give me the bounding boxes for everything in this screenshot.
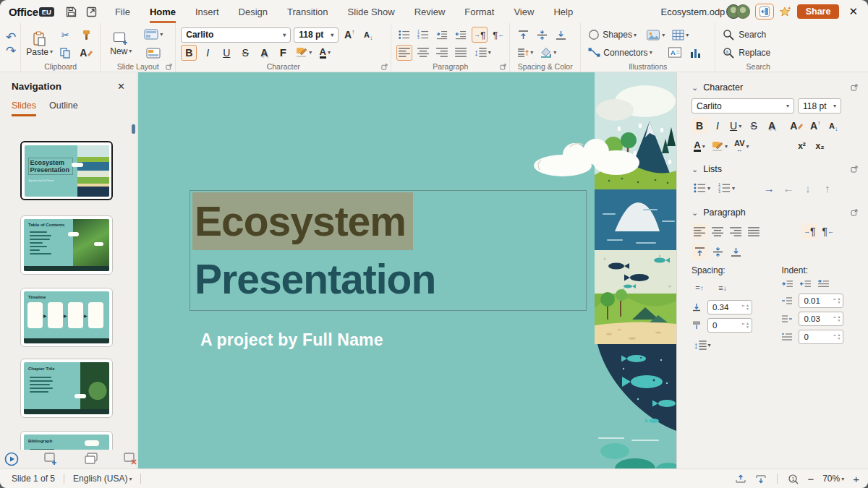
sidebar-strikethrough-button[interactable]: S bbox=[746, 118, 762, 134]
promote-button[interactable]: ← bbox=[780, 180, 796, 196]
slide-thumbnail-3[interactable]: Timeline ▶ ▶ ▶ bbox=[20, 288, 113, 347]
paste-button[interactable]: Paste▾ bbox=[26, 31, 53, 57]
expand-dialog-icon[interactable] bbox=[851, 209, 858, 216]
slide-thumbnail-5[interactable]: Bibliograph bbox=[20, 431, 113, 450]
chevron-down-icon[interactable]: ⌄ bbox=[692, 208, 698, 218]
highlight-color-button[interactable]: ▾ bbox=[294, 45, 314, 61]
zoom-out-icon[interactable]: − bbox=[807, 473, 814, 485]
insert-chart-button[interactable] bbox=[687, 45, 703, 61]
fit-slide-icon[interactable] bbox=[735, 474, 746, 484]
language-selector[interactable]: English (USA) ▾ bbox=[73, 474, 132, 484]
insert-image-button[interactable]: ▾ bbox=[644, 27, 667, 43]
fill-color-button[interactable]: ▾ bbox=[538, 45, 558, 61]
navigation-scrollbar[interactable] bbox=[132, 124, 135, 134]
demote-button[interactable]: → bbox=[761, 180, 777, 196]
menu-review[interactable]: Review bbox=[414, 0, 446, 23]
sidebar-rtl-button[interactable]: ¶← bbox=[820, 223, 837, 239]
right-to-left-button[interactable]: ¶← bbox=[490, 27, 506, 43]
sidebar-italic-button[interactable]: I bbox=[710, 118, 726, 134]
indent-before-field[interactable]: 0.01 " ▲▼ bbox=[799, 294, 843, 308]
sidebar-shrink-font-button[interactable]: A↓ bbox=[825, 118, 841, 134]
zoom-in-icon[interactable]: + bbox=[853, 473, 859, 485]
strikethrough-button[interactable]: S bbox=[237, 45, 253, 61]
cut-button[interactable]: ✂ bbox=[57, 27, 73, 43]
menu-design[interactable]: Design bbox=[239, 0, 268, 23]
shapes-button[interactable]: Shapes ▾ bbox=[586, 27, 641, 43]
delete-slide-button[interactable] bbox=[123, 452, 137, 466]
decrease-indent-icon[interactable] bbox=[799, 280, 812, 289]
format-painter-button[interactable] bbox=[78, 27, 94, 43]
sidebar-bullet-list-button[interactable]: ▾ bbox=[692, 180, 712, 196]
expand-dialog-icon[interactable] bbox=[851, 84, 858, 91]
sidebar-bold-button[interactable]: B bbox=[692, 118, 707, 134]
add-slide-button[interactable] bbox=[43, 452, 58, 466]
sidebar-shadow-button[interactable]: A bbox=[764, 118, 780, 134]
sidebar-align-top-button[interactable] bbox=[692, 244, 707, 260]
slide-thumbnail-1[interactable]: Ecosystem Presentation A project by Full… bbox=[20, 141, 113, 200]
menu-format[interactable]: Format bbox=[464, 0, 494, 23]
expand-dialog-icon[interactable] bbox=[851, 166, 858, 173]
change-layout-button[interactable] bbox=[144, 46, 163, 61]
spinner-arrows[interactable]: ▲▼ bbox=[746, 304, 749, 311]
redo-icon[interactable]: ↷ bbox=[6, 45, 16, 57]
move-down-button[interactable]: ↓ bbox=[800, 180, 816, 196]
font-size-select[interactable]: 118 pt ▾ bbox=[294, 27, 339, 43]
sidebar-align-center-button[interactable] bbox=[710, 223, 726, 239]
chevron-down-icon[interactable]: ⌄ bbox=[692, 83, 698, 93]
slide-title-textbox[interactable]: Ecosystem Presentation bbox=[190, 190, 587, 311]
font-name-select[interactable]: Carlito ▾ bbox=[181, 27, 291, 43]
left-to-right-button[interactable]: →¶ bbox=[472, 27, 488, 43]
insert-textbox-button[interactable]: A bbox=[665, 45, 684, 61]
undo-icon[interactable]: ↶ bbox=[6, 31, 16, 43]
fit-width-icon[interactable] bbox=[755, 474, 767, 484]
chevron-down-icon[interactable]: ⌄ bbox=[692, 165, 698, 174]
menu-help[interactable]: Help bbox=[553, 0, 573, 23]
increase-indent-button[interactable] bbox=[434, 27, 450, 43]
expand-dialog-icon[interactable] bbox=[166, 64, 172, 70]
spinner-arrows[interactable]: ▲▼ bbox=[837, 315, 841, 322]
space-below-field[interactable]: 0 " ▲▼ bbox=[707, 318, 752, 333]
sidebar-align-right-button[interactable] bbox=[728, 223, 744, 239]
justify-button[interactable] bbox=[453, 45, 469, 61]
duplicate-slide-button[interactable] bbox=[84, 452, 98, 466]
indent-after-field[interactable]: 0.03 " ▲▼ bbox=[799, 312, 843, 326]
sidebar-subscript-button[interactable]: x₂ bbox=[812, 138, 828, 154]
decrease-paragraph-spacing-button[interactable]: ≡↓ bbox=[715, 280, 731, 296]
first-line-indent-field[interactable]: 0 " ▲▼ bbox=[799, 330, 843, 344]
sidebar-numbered-list-button[interactable]: 123 ▾ bbox=[716, 180, 737, 196]
space-above-field[interactable]: 0.34 " ▲▼ bbox=[707, 300, 752, 314]
move-up-button[interactable]: ↑ bbox=[820, 180, 835, 196]
sidebar-highlight-button[interactable]: ▾ bbox=[710, 138, 730, 154]
paragraph-spacing-button[interactable]: ▾ bbox=[515, 45, 535, 61]
favorite-star-icon[interactable] bbox=[779, 6, 792, 17]
sidebar-grow-font-button[interactable]: A↑ bbox=[807, 118, 823, 134]
decrease-indent-button[interactable] bbox=[453, 27, 469, 43]
slide-thumbnail-4[interactable]: Chapter Title bbox=[20, 359, 113, 418]
menu-slide-show[interactable]: Slide Show bbox=[348, 0, 395, 23]
copy-button[interactable] bbox=[57, 45, 73, 61]
underline-button[interactable]: U bbox=[218, 45, 234, 61]
sidebar-clear-formatting-button[interactable]: A bbox=[788, 118, 805, 134]
menu-transition[interactable]: Transition bbox=[287, 0, 328, 23]
new-slide-button[interactable]: New▾ bbox=[106, 32, 136, 56]
align-left-button[interactable] bbox=[396, 45, 412, 61]
increase-indent-icon[interactable] bbox=[781, 280, 793, 289]
sidebar-superscript-button[interactable]: x² bbox=[794, 138, 810, 154]
fontwork-button[interactable]: F bbox=[275, 45, 291, 61]
sidebar-font-color-button[interactable]: A▾ bbox=[692, 138, 707, 154]
slide-subtitle[interactable]: A project by Full Name bbox=[200, 330, 383, 350]
switch-indent-icon[interactable] bbox=[817, 280, 830, 289]
sidebar-line-spacing-button[interactable]: ↕ ▾ bbox=[692, 337, 713, 353]
save-icon[interactable] bbox=[63, 4, 80, 20]
shadow-button[interactable]: A bbox=[256, 45, 272, 61]
spinner-arrows[interactable]: ▲▼ bbox=[746, 322, 749, 329]
align-bottom-button[interactable] bbox=[553, 27, 569, 43]
menu-home[interactable]: Home bbox=[150, 0, 176, 23]
align-right-button[interactable] bbox=[434, 45, 450, 61]
bullet-list-button[interactable] bbox=[396, 27, 412, 43]
align-center-button[interactable] bbox=[415, 45, 431, 61]
tab-slides[interactable]: Slides bbox=[12, 100, 36, 116]
close-icon[interactable]: ✕ bbox=[848, 5, 858, 18]
sidebar-font-name-select[interactable]: Carlito ▾ bbox=[692, 98, 794, 114]
sidebar-align-middle-button[interactable] bbox=[710, 244, 726, 260]
